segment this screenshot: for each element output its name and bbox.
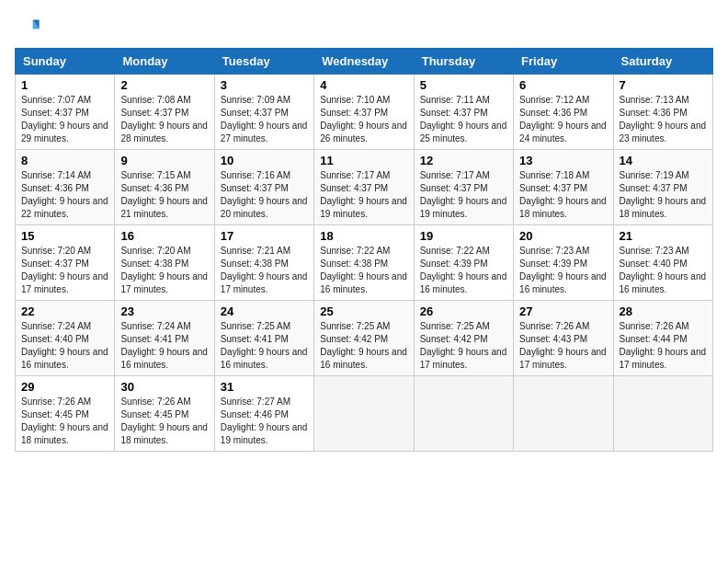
day-info: Sunrise: 7:16 AMSunset: 4:37 PMDaylight:…: [221, 169, 308, 221]
day-info: Sunrise: 7:22 AMSunset: 4:39 PMDaylight:…: [420, 245, 507, 296]
day-number: 21: [620, 229, 707, 243]
empty-cell: [514, 376, 613, 452]
day-cell-23: 23 Sunrise: 7:24 AMSunset: 4:41 PMDaylig…: [115, 301, 214, 376]
week-row-1: 1 Sunrise: 7:07 AMSunset: 4:37 PMDayligh…: [16, 75, 713, 150]
day-number: 6: [519, 78, 607, 92]
day-number: 5: [420, 78, 507, 92]
day-cell-15: 15 Sunrise: 7:20 AMSunset: 4:37 PMDaylig…: [16, 225, 115, 301]
day-info: Sunrise: 7:26 AMSunset: 4:45 PMDaylight:…: [120, 396, 208, 447]
day-number: 27: [519, 304, 607, 318]
day-info: Sunrise: 7:11 AMSunset: 4:37 PMDaylight:…: [420, 94, 507, 145]
day-cell-28: 28 Sunrise: 7:26 AMSunset: 4:44 PMDaylig…: [613, 301, 712, 376]
day-number: 3: [221, 78, 308, 92]
day-number: 18: [320, 229, 407, 243]
day-number: 23: [120, 304, 208, 318]
day-info: Sunrise: 7:17 AMSunset: 4:37 PMDaylight:…: [420, 169, 507, 221]
day-number: 26: [420, 304, 507, 318]
week-row-4: 22 Sunrise: 7:24 AMSunset: 4:40 PMDaylig…: [16, 301, 713, 376]
day-info: Sunrise: 7:13 AMSunset: 4:36 PMDaylight:…: [620, 94, 707, 145]
day-info: Sunrise: 7:20 AMSunset: 4:38 PMDaylight:…: [120, 245, 208, 296]
day-cell-25: 25 Sunrise: 7:25 AMSunset: 4:42 PMDaylig…: [314, 301, 414, 376]
header-thursday: Thursday: [414, 49, 513, 75]
day-info: Sunrise: 7:25 AMSunset: 4:42 PMDaylight:…: [320, 320, 407, 372]
day-number: 1: [21, 78, 108, 92]
day-cell-12: 12 Sunrise: 7:17 AMSunset: 4:37 PMDaylig…: [414, 150, 513, 225]
day-cell-1: 1 Sunrise: 7:07 AMSunset: 4:37 PMDayligh…: [16, 75, 115, 150]
header-friday: Friday: [514, 49, 613, 75]
day-number: 30: [120, 380, 208, 394]
day-info: Sunrise: 7:15 AMSunset: 4:36 PMDaylight:…: [120, 169, 208, 221]
day-number: 16: [120, 229, 208, 243]
day-cell-9: 9 Sunrise: 7:15 AMSunset: 4:36 PMDayligh…: [115, 150, 214, 225]
day-cell-5: 5 Sunrise: 7:11 AMSunset: 4:37 PMDayligh…: [414, 75, 513, 150]
day-number: 22: [21, 304, 108, 318]
day-number: 24: [221, 304, 308, 318]
header-monday: Monday: [115, 49, 214, 75]
day-number: 12: [420, 154, 507, 167]
day-info: Sunrise: 7:09 AMSunset: 4:37 PMDaylight:…: [221, 94, 308, 145]
day-info: Sunrise: 7:19 AMSunset: 4:37 PMDaylight:…: [620, 169, 707, 221]
day-cell-6: 6 Sunrise: 7:12 AMSunset: 4:36 PMDayligh…: [514, 75, 613, 150]
day-cell-29: 29 Sunrise: 7:26 AMSunset: 4:45 PMDaylig…: [16, 376, 115, 452]
day-cell-31: 31 Sunrise: 7:27 AMSunset: 4:46 PMDaylig…: [214, 376, 313, 452]
day-info: Sunrise: 7:17 AMSunset: 4:37 PMDaylight:…: [320, 169, 407, 221]
week-row-3: 15 Sunrise: 7:20 AMSunset: 4:37 PMDaylig…: [16, 225, 713, 301]
day-number: 13: [519, 154, 607, 167]
day-number: 14: [620, 154, 707, 167]
day-info: Sunrise: 7:26 AMSunset: 4:43 PMDaylight:…: [519, 320, 607, 372]
day-cell-7: 7 Sunrise: 7:13 AMSunset: 4:36 PMDayligh…: [613, 75, 712, 150]
day-number: 17: [221, 229, 308, 243]
day-info: Sunrise: 7:25 AMSunset: 4:42 PMDaylight:…: [420, 320, 507, 372]
day-info: Sunrise: 7:26 AMSunset: 4:45 PMDaylight:…: [21, 396, 108, 447]
day-cell-4: 4 Sunrise: 7:10 AMSunset: 4:37 PMDayligh…: [314, 75, 414, 150]
header-row: SundayMondayTuesdayWednesdayThursdayFrid…: [16, 49, 713, 75]
logo-icon: [15, 15, 40, 40]
day-info: Sunrise: 7:24 AMSunset: 4:40 PMDaylight:…: [21, 320, 108, 372]
day-info: Sunrise: 7:21 AMSunset: 4:38 PMDaylight:…: [221, 245, 308, 296]
logo: [15, 15, 44, 40]
day-cell-30: 30 Sunrise: 7:26 AMSunset: 4:45 PMDaylig…: [115, 376, 214, 452]
day-cell-2: 2 Sunrise: 7:08 AMSunset: 4:37 PMDayligh…: [115, 75, 214, 150]
day-cell-20: 20 Sunrise: 7:23 AMSunset: 4:39 PMDaylig…: [514, 225, 613, 301]
day-cell-24: 24 Sunrise: 7:25 AMSunset: 4:41 PMDaylig…: [214, 301, 313, 376]
day-cell-17: 17 Sunrise: 7:21 AMSunset: 4:38 PMDaylig…: [214, 225, 313, 301]
day-cell-27: 27 Sunrise: 7:26 AMSunset: 4:43 PMDaylig…: [514, 301, 613, 376]
day-info: Sunrise: 7:10 AMSunset: 4:37 PMDaylight:…: [320, 94, 407, 145]
day-cell-11: 11 Sunrise: 7:17 AMSunset: 4:37 PMDaylig…: [314, 150, 414, 225]
day-cell-21: 21 Sunrise: 7:23 AMSunset: 4:40 PMDaylig…: [613, 225, 712, 301]
day-cell-16: 16 Sunrise: 7:20 AMSunset: 4:38 PMDaylig…: [115, 225, 214, 301]
header-wednesday: Wednesday: [314, 49, 414, 75]
day-cell-3: 3 Sunrise: 7:09 AMSunset: 4:37 PMDayligh…: [214, 75, 313, 150]
day-info: Sunrise: 7:20 AMSunset: 4:37 PMDaylight:…: [21, 245, 108, 296]
day-cell-14: 14 Sunrise: 7:19 AMSunset: 4:37 PMDaylig…: [613, 150, 712, 225]
day-number: 2: [120, 78, 208, 92]
day-info: Sunrise: 7:26 AMSunset: 4:44 PMDaylight:…: [620, 320, 707, 372]
day-cell-10: 10 Sunrise: 7:16 AMSunset: 4:37 PMDaylig…: [214, 150, 313, 225]
header-saturday: Saturday: [613, 49, 712, 75]
day-info: Sunrise: 7:27 AMSunset: 4:46 PMDaylight:…: [221, 396, 308, 447]
day-number: 9: [120, 154, 208, 167]
empty-cell: [314, 376, 414, 452]
header-sunday: Sunday: [16, 49, 115, 75]
day-cell-13: 13 Sunrise: 7:18 AMSunset: 4:37 PMDaylig…: [514, 150, 613, 225]
day-info: Sunrise: 7:22 AMSunset: 4:38 PMDaylight:…: [320, 245, 407, 296]
empty-cell: [414, 376, 513, 452]
day-cell-19: 19 Sunrise: 7:22 AMSunset: 4:39 PMDaylig…: [414, 225, 513, 301]
day-number: 11: [320, 154, 407, 167]
week-row-2: 8 Sunrise: 7:14 AMSunset: 4:36 PMDayligh…: [16, 150, 713, 225]
day-info: Sunrise: 7:24 AMSunset: 4:41 PMDaylight:…: [120, 320, 208, 372]
day-info: Sunrise: 7:25 AMSunset: 4:41 PMDaylight:…: [221, 320, 308, 372]
day-info: Sunrise: 7:14 AMSunset: 4:36 PMDaylight:…: [21, 169, 108, 221]
day-cell-18: 18 Sunrise: 7:22 AMSunset: 4:38 PMDaylig…: [314, 225, 414, 301]
day-number: 28: [620, 304, 707, 318]
day-number: 4: [320, 78, 407, 92]
day-cell-8: 8 Sunrise: 7:14 AMSunset: 4:36 PMDayligh…: [16, 150, 115, 225]
week-row-5: 29 Sunrise: 7:26 AMSunset: 4:45 PMDaylig…: [16, 376, 713, 452]
day-number: 31: [221, 380, 308, 394]
day-number: 29: [21, 380, 108, 394]
empty-cell: [613, 376, 712, 452]
day-number: 8: [21, 154, 108, 167]
day-info: Sunrise: 7:18 AMSunset: 4:37 PMDaylight:…: [519, 169, 607, 221]
page-header: [15, 15, 713, 40]
day-number: 7: [620, 78, 707, 92]
